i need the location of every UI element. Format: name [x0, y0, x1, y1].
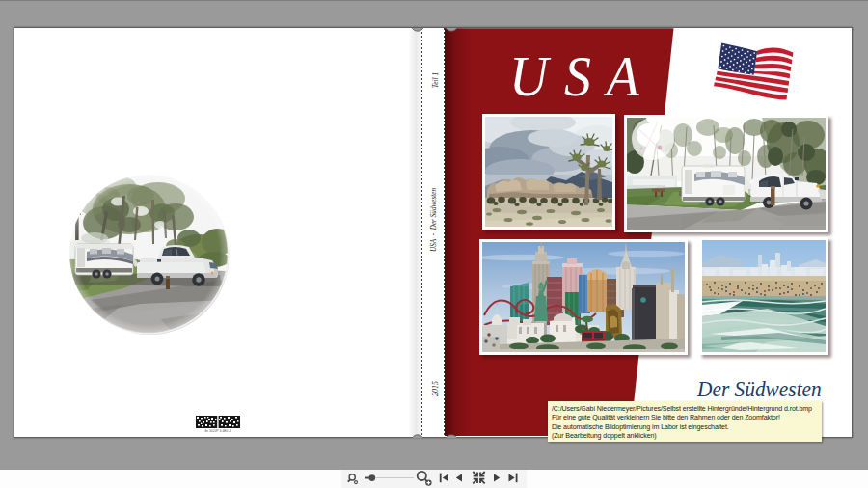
svg-text:4n 502JP 3-4E0 Jl: 4n 502JP 3-4E0 Jl [204, 429, 231, 432]
